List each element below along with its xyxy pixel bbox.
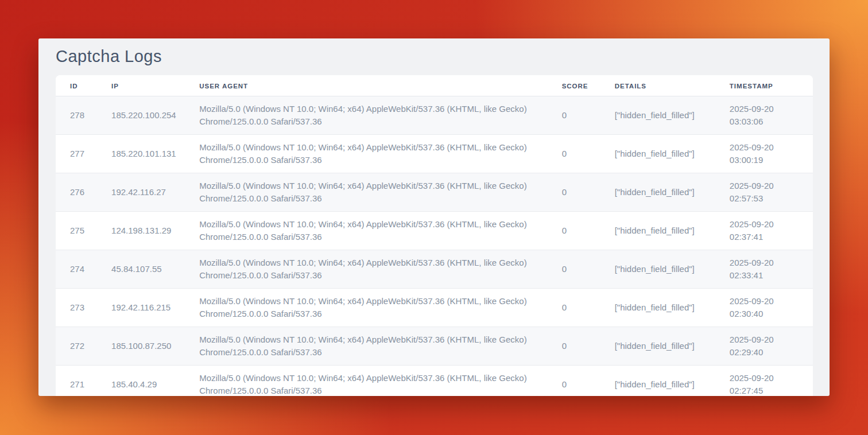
page-title: Captcha Logs bbox=[38, 38, 830, 65]
cell-timestamp: 2025-09-20 02:57:53 bbox=[730, 173, 813, 211]
cell-timestamp: 2025-09-20 02:33:41 bbox=[730, 250, 813, 288]
cell-timestamp: 2025-09-20 02:37:41 bbox=[730, 211, 813, 250]
column-header-details: DETAILS bbox=[615, 75, 730, 96]
cell-score: 0 bbox=[562, 96, 615, 134]
cell-user-agent: Mozilla/5.0 (Windows NT 10.0; Win64; x64… bbox=[199, 288, 561, 327]
cell-ip: 185.220.100.254 bbox=[111, 96, 199, 134]
cell-timestamp: 2025-09-20 03:00:19 bbox=[730, 134, 813, 173]
logs-table: IDIPUSER AGENTSCOREDETAILSTIMESTAMP 278 … bbox=[56, 75, 813, 396]
column-header-id: ID bbox=[56, 75, 111, 96]
table-row: 278 185.220.100.254 Mozilla/5.0 (Windows… bbox=[56, 96, 813, 134]
cell-ip: 192.42.116.27 bbox=[111, 173, 199, 211]
column-header-ip: IP bbox=[111, 75, 199, 96]
cell-details: ["hidden_field_filled"] bbox=[615, 173, 730, 211]
table-header: IDIPUSER AGENTSCOREDETAILSTIMESTAMP bbox=[56, 75, 813, 96]
cell-score: 0 bbox=[562, 211, 615, 250]
cell-timestamp: 2025-09-20 02:29:40 bbox=[730, 327, 813, 365]
table-row: 274 45.84.107.55 Mozilla/5.0 (Windows NT… bbox=[56, 250, 813, 288]
cell-score: 0 bbox=[562, 250, 615, 288]
table-row: 276 192.42.116.27 Mozilla/5.0 (Windows N… bbox=[56, 173, 813, 211]
cell-score: 0 bbox=[562, 134, 615, 173]
cell-id: 278 bbox=[56, 96, 111, 134]
cell-user-agent: Mozilla/5.0 (Windows NT 10.0; Win64; x64… bbox=[199, 96, 561, 134]
cell-ip: 192.42.116.215 bbox=[111, 288, 199, 327]
cell-id: 276 bbox=[56, 173, 111, 211]
column-header-ts: TIMESTAMP bbox=[730, 75, 813, 96]
table-header-row: IDIPUSER AGENTSCOREDETAILSTIMESTAMP bbox=[56, 75, 813, 96]
cell-user-agent: Mozilla/5.0 (Windows NT 10.0; Win64; x64… bbox=[199, 211, 561, 250]
column-header-score: SCORE bbox=[562, 75, 615, 96]
cell-details: ["hidden_field_filled"] bbox=[615, 327, 730, 365]
cell-user-agent: Mozilla/5.0 (Windows NT 10.0; Win64; x64… bbox=[199, 365, 561, 396]
cell-id: 271 bbox=[56, 365, 111, 396]
cell-score: 0 bbox=[562, 327, 615, 365]
cell-user-agent: Mozilla/5.0 (Windows NT 10.0; Win64; x64… bbox=[199, 134, 561, 173]
cell-ip: 124.198.131.29 bbox=[111, 211, 199, 250]
cell-ip: 45.84.107.55 bbox=[111, 250, 199, 288]
table-row: 271 185.40.4.29 Mozilla/5.0 (Windows NT … bbox=[56, 365, 813, 396]
cell-ip: 185.220.101.131 bbox=[111, 134, 199, 173]
cell-details: ["hidden_field_filled"] bbox=[615, 134, 730, 173]
cell-details: ["hidden_field_filled"] bbox=[615, 365, 730, 396]
cell-id: 275 bbox=[56, 211, 111, 250]
cell-user-agent: Mozilla/5.0 (Windows NT 10.0; Win64; x64… bbox=[199, 327, 561, 365]
cell-details: ["hidden_field_filled"] bbox=[615, 250, 730, 288]
cell-score: 0 bbox=[562, 173, 615, 211]
cell-user-agent: Mozilla/5.0 (Windows NT 10.0; Win64; x64… bbox=[199, 173, 561, 211]
cell-id: 272 bbox=[56, 327, 111, 365]
cell-id: 273 bbox=[56, 288, 111, 327]
cell-id: 277 bbox=[56, 134, 111, 173]
table-row: 273 192.42.116.215 Mozilla/5.0 (Windows … bbox=[56, 288, 813, 327]
cell-details: ["hidden_field_filled"] bbox=[615, 288, 730, 327]
column-header-ua: USER AGENT bbox=[199, 75, 561, 96]
cell-details: ["hidden_field_filled"] bbox=[615, 211, 730, 250]
cell-ip: 185.40.4.29 bbox=[111, 365, 199, 396]
cell-timestamp: 2025-09-20 02:27:45 bbox=[730, 365, 813, 396]
cell-id: 274 bbox=[56, 250, 111, 288]
table-row: 277 185.220.101.131 Mozilla/5.0 (Windows… bbox=[56, 134, 813, 173]
cell-ip: 185.100.87.250 bbox=[111, 327, 199, 365]
table-row: 272 185.100.87.250 Mozilla/5.0 (Windows … bbox=[56, 327, 813, 365]
table-row: 275 124.198.131.29 Mozilla/5.0 (Windows … bbox=[56, 211, 813, 250]
cell-user-agent: Mozilla/5.0 (Windows NT 10.0; Win64; x64… bbox=[199, 250, 561, 288]
page-background: Captcha Logs IDIPUSER AGENTSCOREDETAILST… bbox=[0, 0, 868, 435]
logs-table-container: IDIPUSER AGENTSCOREDETAILSTIMESTAMP 278 … bbox=[56, 75, 813, 396]
cell-score: 0 bbox=[562, 288, 615, 327]
cell-score: 0 bbox=[562, 365, 615, 396]
table-body: 278 185.220.100.254 Mozilla/5.0 (Windows… bbox=[56, 96, 813, 396]
cell-timestamp: 2025-09-20 02:30:40 bbox=[730, 288, 813, 327]
captcha-logs-card: Captcha Logs IDIPUSER AGENTSCOREDETAILST… bbox=[38, 38, 830, 396]
cell-details: ["hidden_field_filled"] bbox=[615, 96, 730, 134]
cell-timestamp: 2025-09-20 03:03:06 bbox=[730, 96, 813, 134]
